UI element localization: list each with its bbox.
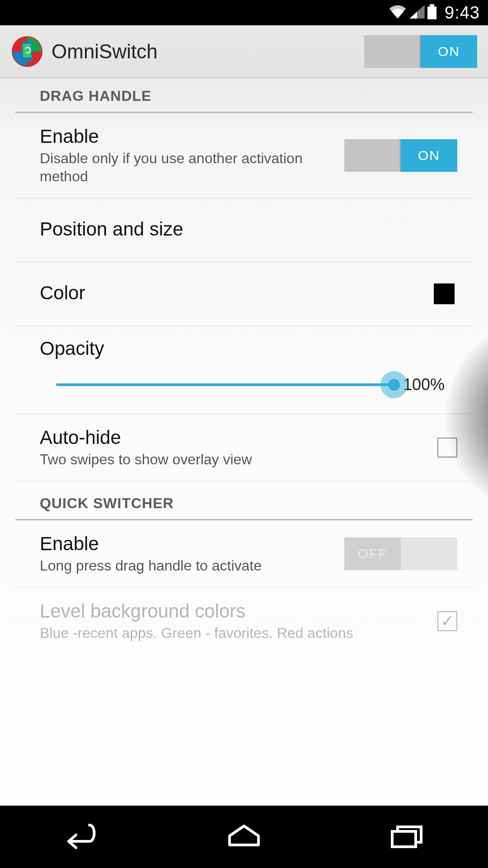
- setting-auto-hide[interactable]: Auto-hide Two swipes to show overlay vie…: [15, 414, 473, 481]
- setting-opacity[interactable]: Opacity 100%: [15, 326, 473, 414]
- app-icon: [11, 35, 43, 68]
- nav-back-button[interactable]: [0, 806, 163, 868]
- recent-apps-icon: [384, 822, 429, 851]
- navigation-bar: [0, 806, 488, 868]
- home-icon: [221, 822, 267, 851]
- section-header-drag-handle: DRAG HANDLE: [15, 78, 473, 113]
- setting-title: Enable: [40, 533, 344, 555]
- cell-signal-icon: [409, 5, 425, 20]
- quick-switcher-enable-toggle[interactable]: OFF: [344, 538, 457, 570]
- setting-quick-switcher-enable[interactable]: Enable Long press drag handle to activat…: [15, 520, 473, 588]
- setting-drag-handle-enable[interactable]: Enable Disable only if you use another a…: [15, 113, 473, 198]
- setting-title: Level background colors: [40, 600, 437, 622]
- setting-title: Color: [40, 282, 434, 304]
- status-bar: 9:43: [0, 0, 488, 25]
- nav-home-button[interactable]: [163, 806, 325, 868]
- svg-rect-1: [427, 6, 436, 19]
- status-icons: 9:43: [389, 3, 480, 23]
- setting-position-and-size[interactable]: Position and size: [15, 198, 473, 262]
- toggle-knob-label: ON: [401, 139, 457, 172]
- svg-rect-5: [392, 831, 416, 847]
- setting-subtitle: Blue -recent apps. Green - favorites. Re…: [40, 624, 437, 642]
- battery-icon: [427, 4, 436, 21]
- app-master-toggle[interactable]: ON: [364, 35, 477, 68]
- wifi-icon: [389, 5, 407, 20]
- setting-title: Auto-hide: [40, 427, 437, 448]
- drag-handle-enable-toggle[interactable]: ON: [344, 139, 457, 172]
- svg-rect-0: [430, 4, 434, 6]
- app-title: OmniSwitch: [52, 40, 158, 63]
- status-clock: 9:43: [445, 3, 480, 23]
- nav-recent-button[interactable]: [325, 806, 488, 868]
- setting-title: Opacity: [40, 338, 457, 359]
- toggle-knob-label: OFF: [344, 538, 401, 570]
- section-header-quick-switcher: QUICK SWITCHER: [15, 481, 473, 520]
- setting-title: Position and size: [40, 218, 457, 240]
- check-icon: ✓: [441, 613, 454, 629]
- opacity-slider[interactable]: [56, 371, 394, 398]
- opacity-value: 100%: [403, 375, 457, 394]
- color-swatch: [434, 283, 455, 304]
- setting-subtitle: Long press drag handle to activate: [40, 557, 344, 575]
- setting-level-background-colors: Level background colors Blue -recent app…: [15, 588, 473, 646]
- back-icon: [59, 822, 104, 851]
- setting-color[interactable]: Color: [15, 262, 473, 326]
- setting-title: Enable: [40, 126, 344, 147]
- setting-subtitle: Disable only if you use another activati…: [40, 149, 344, 185]
- settings-content[interactable]: DRAG HANDLE Enable Disable only if you u…: [0, 78, 488, 806]
- setting-subtitle: Two swipes to show overlay view: [40, 450, 437, 468]
- app-header: OmniSwitch ON: [0, 25, 488, 78]
- level-bg-checkbox: ✓: [437, 611, 457, 631]
- toggle-knob-label: ON: [421, 35, 477, 68]
- auto-hide-checkbox[interactable]: [437, 438, 457, 458]
